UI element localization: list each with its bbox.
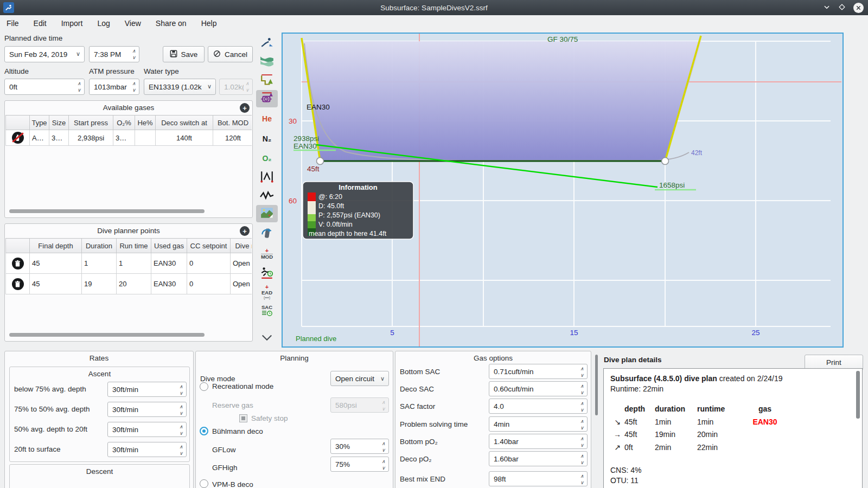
- toolbar-scroll-down-button[interactable]: [256, 330, 278, 347]
- profile-handle-start[interactable]: [317, 158, 324, 165]
- buhlmann-deco-radio[interactable]: [200, 427, 208, 435]
- point-gas[interactable]: EAN30: [151, 253, 187, 274]
- spinner-arrows-icon[interactable]: ∧∨: [179, 423, 183, 436]
- altitude-stepper[interactable]: 0ft∧∨: [4, 79, 85, 95]
- menu-edit[interactable]: Edit: [34, 19, 47, 28]
- spinner-arrows-icon[interactable]: ∧∨: [179, 444, 183, 457]
- ascent-rate-stepper-4[interactable]: 30ft/min∧∨: [107, 442, 187, 457]
- menu-file[interactable]: File: [7, 19, 19, 28]
- dive-time-stepper[interactable]: 7:38 PM∧∨: [89, 46, 139, 62]
- toolbar-n2-button[interactable]: N₂: [256, 130, 278, 147]
- col-size[interactable]: Size: [49, 115, 69, 130]
- gas-type[interactable]: A…: [30, 130, 49, 146]
- trash-icon[interactable]: [12, 278, 24, 290]
- spinner-arrows-icon[interactable]: ∧∨: [580, 453, 584, 466]
- notes-scrollbar[interactable]: [856, 371, 860, 419]
- spinner-arrows-icon[interactable]: ∧∨: [179, 403, 183, 416]
- minimize-icon[interactable]: [823, 3, 831, 12]
- gflow-stepper[interactable]: 30%∧∨: [330, 439, 389, 454]
- delete-point-cell[interactable]: [6, 274, 30, 294]
- point-setpoint[interactable]: 0: [187, 253, 231, 274]
- spinner-arrows-icon[interactable]: ∧∨: [580, 473, 584, 486]
- save-button[interactable]: Save: [163, 46, 205, 62]
- recreational-mode-radio[interactable]: [200, 382, 208, 391]
- close-icon[interactable]: [853, 3, 864, 13]
- ascent-rate-stepper-1[interactable]: 30ft/min∧∨: [107, 382, 187, 397]
- point-setpoint[interactable]: 0: [187, 274, 231, 294]
- point-duration[interactable]: 1: [82, 253, 117, 274]
- toolbar-heartrate-button[interactable]: [256, 188, 278, 205]
- spinner-arrows-icon[interactable]: ∧∨: [179, 383, 183, 396]
- spinner-arrows-icon[interactable]: ∧∨: [132, 48, 136, 61]
- menu-import[interactable]: Import: [61, 19, 83, 28]
- point-gas[interactable]: EAN30: [151, 274, 187, 294]
- water-type-select[interactable]: EN13319 (1.02k∨: [144, 79, 216, 95]
- vpmb-deco-radio[interactable]: [200, 479, 208, 488]
- toolbar-photos-button[interactable]: [256, 205, 278, 222]
- recreational-mode-label[interactable]: Recreational mode: [212, 382, 273, 390]
- sac-factor-stepper[interactable]: 4.0∧∨: [489, 399, 588, 414]
- dive-plan-notes[interactable]: Subsurface (4.8.5.0) dive plan created o…: [603, 368, 863, 488]
- gas-start-press[interactable]: 2,938psi: [69, 130, 113, 146]
- spinner-arrows-icon[interactable]: ∧∨: [132, 80, 136, 93]
- spinner-arrows-icon[interactable]: ∧∨: [381, 440, 385, 453]
- atm-pressure-stepper[interactable]: 1013mbar∧∨: [89, 79, 139, 95]
- toolbar-bailout-button[interactable]: [256, 225, 278, 242]
- problem-time-stepper[interactable]: 4min∧∨: [489, 416, 588, 432]
- dive-date-select[interactable]: Sun Feb 24, 2019∨: [4, 46, 85, 62]
- cancel-button[interactable]: Cancel: [208, 46, 253, 62]
- gas-o2[interactable]: 3…: [113, 130, 135, 146]
- spinner-arrows-icon[interactable]: ∧∨: [381, 458, 385, 471]
- spinner-arrows-icon[interactable]: ∧∨: [580, 418, 584, 431]
- toolbar-ruler-button[interactable]: [256, 168, 278, 185]
- spinner-arrows-icon[interactable]: ∧∨: [77, 80, 81, 93]
- toolbar-waves-button[interactable]: [256, 53, 278, 70]
- gas-he[interactable]: [135, 130, 156, 146]
- spinner-arrows-icon[interactable]: ∧∨: [580, 365, 584, 378]
- spinner-arrows-icon[interactable]: ∧∨: [580, 435, 584, 448]
- dive-mode-select[interactable]: Open circuit∨: [330, 371, 389, 386]
- toolbar-he-button[interactable]: He: [256, 110, 278, 127]
- gases-horizontal-scrollbar[interactable]: [9, 209, 205, 213]
- toolbar-o2-button[interactable]: O₂: [256, 150, 278, 167]
- vpmb-deco-label[interactable]: VPM-B deco: [212, 480, 253, 488]
- toolbar-dc-runtime-button[interactable]: [256, 264, 278, 281]
- bottom-sac-stepper[interactable]: 0.71cuft/min∧∨: [489, 364, 588, 379]
- menu-log[interactable]: Log: [97, 19, 110, 28]
- col-run-time[interactable]: Run time: [117, 239, 151, 253]
- point-mode[interactable]: Open circuit: [231, 253, 252, 274]
- gas-toggle-cell[interactable]: [6, 130, 30, 146]
- col-he[interactable]: He%: [135, 115, 156, 130]
- toolbar-calc-ceiling-button[interactable]: [256, 90, 278, 107]
- ascent-rate-stepper-3[interactable]: 30ft/min∧∨: [107, 422, 187, 437]
- col-final-depth[interactable]: Final depth: [30, 239, 82, 253]
- maximize-icon[interactable]: [838, 3, 846, 12]
- col-duration[interactable]: Duration: [82, 239, 117, 253]
- deco-po2-stepper[interactable]: 1.60bar∧∨: [489, 451, 588, 466]
- menu-share-on[interactable]: Share on: [156, 19, 187, 28]
- point-runtime[interactable]: 20: [117, 274, 151, 294]
- best-mix-end-stepper[interactable]: 98ft∧∨: [489, 471, 588, 486]
- point-depth[interactable]: 45: [30, 274, 82, 294]
- deco-sac-stepper[interactable]: 0.60cuft/min∧∨: [489, 381, 588, 396]
- gas-deco-switch[interactable]: 140ft: [156, 130, 213, 146]
- toolbar-ead-button[interactable]: +EAD(•••): [256, 283, 278, 300]
- spinner-arrows-icon[interactable]: ∧∨: [580, 400, 584, 413]
- col-bot-mod[interactable]: Bot. MOD: [213, 115, 252, 130]
- delete-point-cell[interactable]: [6, 253, 30, 274]
- toolbar-sac-button[interactable]: SAC: [256, 303, 278, 320]
- bottom-po2-stepper[interactable]: 1.40bar∧∨: [489, 434, 588, 449]
- toolbar-mod-button[interactable]: +MOD: [256, 245, 278, 262]
- add-point-button[interactable]: +: [240, 226, 250, 236]
- point-mode[interactable]: Open circuit: [231, 274, 252, 294]
- col-o2[interactable]: O₂%: [113, 115, 135, 130]
- col-dive-mode[interactable]: Dive mode: [231, 239, 252, 253]
- trash-icon[interactable]: [12, 258, 24, 269]
- ascent-rate-stepper-2[interactable]: 30ft/min∧∨: [107, 402, 187, 417]
- col-start-press[interactable]: Start press: [69, 115, 113, 130]
- col-used-gas[interactable]: Used gas: [151, 239, 187, 253]
- toolbar-edit-dive-button[interactable]: [256, 35, 278, 52]
- col-type[interactable]: Type: [30, 115, 49, 130]
- menu-help[interactable]: Help: [201, 19, 217, 28]
- menu-view[interactable]: View: [125, 19, 141, 28]
